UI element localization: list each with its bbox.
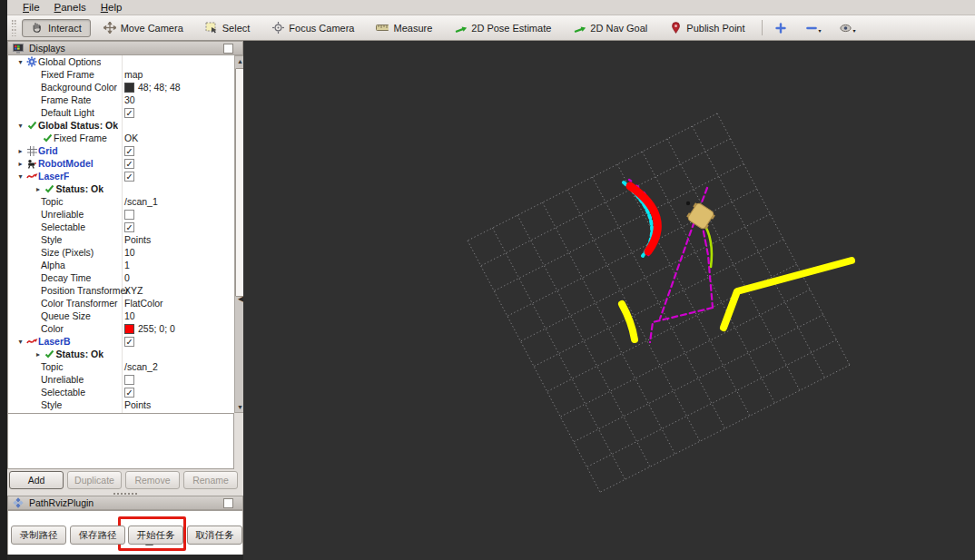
value-text[interactable]: FlatColor <box>124 298 163 309</box>
menu-help[interactable]: Help <box>94 1 129 14</box>
add-display-button[interactable]: Add <box>9 471 64 489</box>
render-viewport[interactable] <box>243 41 975 560</box>
display-row[interactable]: ▸Status: Ok <box>8 348 234 360</box>
collapse-arrow-icon[interactable]: ▾ <box>15 338 25 346</box>
display-row[interactable]: Color255; 0; 0 <box>8 322 234 335</box>
menu-file[interactable]: File <box>16 1 46 14</box>
tool-measure[interactable]: Measure <box>367 19 441 37</box>
tool-2d-nav-goal[interactable]: 2D Nav Goal <box>564 19 656 37</box>
tool-properties-button[interactable]: ▾ <box>833 21 862 35</box>
display-row[interactable]: Alpha1 <box>8 259 234 271</box>
value-text[interactable]: /scan_2 <box>124 361 158 372</box>
add-tool-button[interactable] <box>768 21 793 35</box>
display-row[interactable]: Selectable✓ <box>8 386 234 398</box>
display-row[interactable]: Position TransformerXYZ <box>8 284 234 297</box>
dropdown-arrow-icon: ▾ <box>853 29 856 34</box>
duplicate-display-button[interactable]: Duplicate <box>67 471 122 489</box>
display-row[interactable]: Queue Size10 <box>8 309 234 322</box>
checkbox-checked[interactable]: ✓ <box>124 388 134 398</box>
display-row[interactable]: ▾LaserB✓ <box>8 335 234 348</box>
display-row[interactable]: Fixed FrameOK <box>8 132 234 144</box>
displays-panel-header[interactable]: Displays <box>7 41 243 55</box>
robot-sensor-dot <box>686 201 690 205</box>
display-row[interactable]: StylePoints <box>8 233 234 246</box>
check-icon <box>44 349 56 359</box>
value-text[interactable]: Points <box>124 399 151 410</box>
grid-icon <box>25 145 38 156</box>
gear-icon <box>25 56 38 67</box>
tool-label: Move Camera <box>121 23 183 34</box>
checkbox-checked[interactable]: ✓ <box>124 222 134 232</box>
tool-move-camera[interactable]: Move Camera <box>94 19 192 37</box>
tool-label: Publish Point <box>686 23 744 34</box>
checkbox-checked[interactable]: ✓ <box>124 159 134 169</box>
plugin-float-button[interactable] <box>223 498 233 508</box>
collapse-arrow-icon[interactable]: ▾ <box>15 58 25 66</box>
expand-arrow-icon[interactable]: ▸ <box>34 185 44 193</box>
display-row[interactable]: Unreliable <box>8 208 234 221</box>
display-row[interactable]: Background Color48; 48; 48 <box>8 81 234 93</box>
menu-panels[interactable]: Panels <box>48 1 93 14</box>
plugin-panel-header[interactable]: PathRvizPlugin <box>7 496 243 510</box>
expand-arrow-icon[interactable]: ▸ <box>15 147 25 155</box>
display-row[interactable]: ▸Status: Ok <box>8 182 234 195</box>
checkbox-checked[interactable]: ✓ <box>124 172 134 182</box>
robot-body <box>687 202 714 230</box>
value-text[interactable]: 0 <box>124 272 130 283</box>
display-row[interactable]: Topic/scan_2 <box>8 360 234 373</box>
expand-arrow-icon[interactable]: ▸ <box>34 350 44 359</box>
checkbox-checked[interactable]: ✓ <box>124 337 134 347</box>
display-row[interactable]: Size (Pixels)10 <box>8 246 234 259</box>
tool-publish-point[interactable]: Publish Point <box>660 19 753 37</box>
display-row[interactable]: Unreliable <box>8 373 234 386</box>
remove-tool-button[interactable]: ▾ <box>799 21 828 35</box>
tool-interact[interactable]: Interact <box>22 19 91 37</box>
plugin-button-2[interactable]: 保存路径 <box>70 526 125 545</box>
tool-label: 2D Nav Goal <box>590 23 647 34</box>
plugin-button-4[interactable]: 取消任务 <box>187 526 242 545</box>
checkbox-unchecked[interactable] <box>124 375 134 385</box>
displays-float-button[interactable] <box>223 44 233 54</box>
tool-focus-camera[interactable]: Focus Camera <box>262 19 363 37</box>
display-row[interactable]: ▸RobotModel✓ <box>8 157 234 170</box>
display-row[interactable]: StylePoints <box>8 398 234 411</box>
remove-display-button[interactable]: Remove <box>125 471 180 489</box>
window-bottom-edge <box>7 555 243 560</box>
value-text: 48; 48; 48 <box>138 82 181 93</box>
expand-arrow-icon[interactable]: ▸ <box>15 160 25 168</box>
value-text[interactable]: map <box>124 69 143 80</box>
display-row[interactable]: ▾Global Options <box>8 55 234 68</box>
display-row[interactable]: Default Light✓ <box>8 106 234 119</box>
display-row[interactable]: Fixed Framemap <box>8 68 234 81</box>
color-swatch[interactable] <box>124 324 134 334</box>
display-row[interactable]: Color TransformerFlatColor <box>8 297 234 309</box>
display-row[interactable]: ▸Grid✓ <box>8 144 234 157</box>
display-row[interactable]: Selectable✓ <box>8 221 234 233</box>
value-text[interactable]: OK <box>124 133 138 143</box>
value-text[interactable]: 30 <box>124 94 135 105</box>
value-text[interactable]: 10 <box>124 310 135 321</box>
plugin-button-1[interactable]: 录制路径 <box>11 526 66 545</box>
checkbox-checked[interactable]: ✓ <box>124 108 134 118</box>
checkbox-unchecked[interactable] <box>124 210 134 220</box>
collapse-arrow-icon[interactable]: ▾ <box>15 172 25 181</box>
color-swatch[interactable] <box>124 83 134 93</box>
value-text[interactable]: /scan_1 <box>124 196 158 207</box>
display-row[interactable]: Frame Rate30 <box>8 93 234 106</box>
collapse-arrow-icon[interactable]: ▾ <box>15 122 25 130</box>
value-text[interactable]: 1 <box>124 260 130 270</box>
plugin-button-3[interactable]: 开始任务 <box>128 526 183 545</box>
row-label: Topic <box>41 196 64 207</box>
value-text[interactable]: 10 <box>124 247 135 258</box>
checkbox-checked[interactable]: ✓ <box>124 146 134 156</box>
tool-2d-pose-estimate[interactable]: 2D Pose Estimate <box>445 19 560 37</box>
display-row[interactable]: ▾LaserF✓ <box>8 170 234 182</box>
display-row[interactable]: Decay Time0 <box>8 271 234 284</box>
tool-select[interactable]: Select <box>196 19 260 37</box>
value-text[interactable]: XYZ <box>124 285 143 296</box>
display-row[interactable]: Topic/scan_1 <box>8 195 234 208</box>
rename-display-button[interactable]: Rename <box>183 471 238 489</box>
toolbar-grip[interactable] <box>12 20 16 36</box>
display-row[interactable]: ▾Global Status: Ok <box>8 119 234 132</box>
value-text[interactable]: Points <box>124 234 151 245</box>
